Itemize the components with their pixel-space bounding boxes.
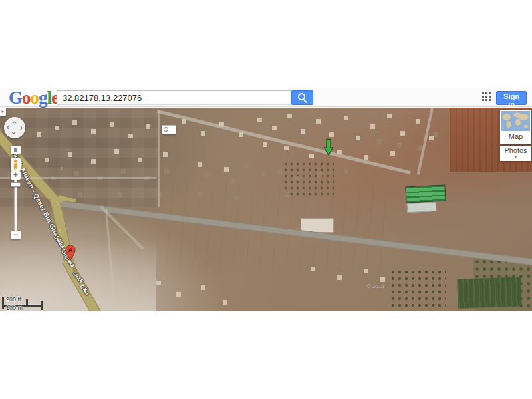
green-warehouse-building bbox=[405, 184, 446, 203]
marker-letter: A bbox=[65, 247, 76, 253]
pan-left-icon[interactable]: › bbox=[7, 124, 9, 131]
terrain-orchard bbox=[390, 269, 446, 311]
pan-right-icon[interactable]: › bbox=[20, 124, 23, 131]
red-pin-marker-a[interactable]: A bbox=[65, 245, 76, 261]
search-icon bbox=[298, 93, 305, 100]
panel-expand-arrow[interactable]: ▸ bbox=[0, 108, 6, 116]
map-type-button[interactable]: Map bbox=[500, 110, 531, 144]
logo-letter: g bbox=[39, 88, 47, 108]
scale-metric-label: 100 m bbox=[6, 305, 23, 311]
terrain-green-field bbox=[457, 277, 521, 308]
logo-letter: o bbox=[22, 88, 31, 108]
zoom-out-button[interactable]: − bbox=[11, 231, 21, 239]
pan-up-icon[interactable]: › bbox=[11, 121, 17, 124]
zoom-in-button[interactable]: + bbox=[11, 171, 21, 180]
header: Google Sign in bbox=[0, 88, 532, 107]
white-warehouse-building bbox=[407, 202, 437, 213]
search-input[interactable] bbox=[57, 90, 292, 105]
imagery-copyright: © 2013 bbox=[367, 283, 384, 289]
road-secondary bbox=[417, 108, 434, 175]
apps-grid-icon[interactable] bbox=[482, 92, 492, 102]
scale-imperial-label: 200 ft bbox=[6, 296, 21, 303]
scale-tick bbox=[41, 301, 43, 310]
scale-bar: 200 ft 100 m bbox=[2, 296, 49, 311]
satellite-map-canvas[interactable]: ↑ ↑ ↑ Salah Aldeen - Qaser Bin Ghashir R… bbox=[0, 108, 532, 311]
chevron-down-icon: ▾ bbox=[500, 155, 531, 159]
poi-label[interactable] bbox=[162, 125, 176, 134]
world-map-thumbnail bbox=[501, 111, 530, 131]
scale-tick bbox=[2, 297, 4, 309]
center-map-button[interactable] bbox=[11, 146, 21, 154]
center-map-icon bbox=[14, 148, 17, 152]
terrain-orchard bbox=[283, 161, 337, 198]
zoom-slider-handle[interactable] bbox=[11, 182, 21, 187]
pan-down-icon[interactable]: › bbox=[11, 132, 17, 134]
pegman-icon bbox=[11, 158, 21, 171]
sign-in-button[interactable]: Sign in bbox=[496, 91, 527, 105]
green-arrow-marker[interactable] bbox=[323, 138, 334, 156]
google-maps-page: Google Sign in bbox=[0, 0, 532, 399]
map-type-label: Map bbox=[500, 132, 531, 140]
logo-letter: G bbox=[9, 88, 22, 108]
zoom-slider-track[interactable] bbox=[14, 180, 17, 233]
photos-button[interactable]: Photos ▾ bbox=[500, 146, 531, 161]
google-logo: Google bbox=[9, 89, 59, 107]
logo-letter: o bbox=[31, 88, 39, 108]
road-street bbox=[158, 110, 160, 207]
clock-icon bbox=[164, 127, 168, 132]
pegman-button[interactable] bbox=[11, 158, 21, 171]
pan-control[interactable]: › › › › bbox=[4, 117, 25, 138]
search-button[interactable] bbox=[291, 90, 313, 105]
scale-tick bbox=[26, 299, 28, 306]
